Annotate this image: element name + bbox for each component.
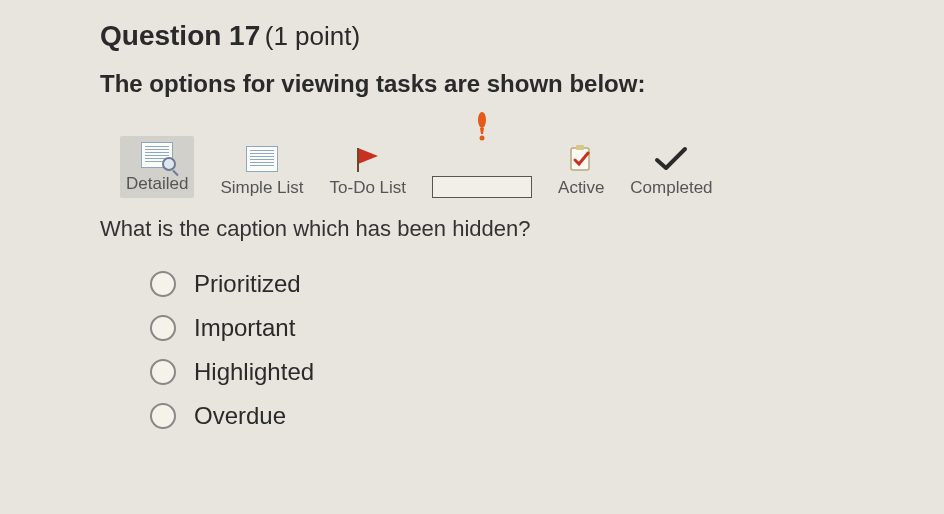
answer-options: Prioritized Important Highlighted Overdu… (150, 270, 904, 430)
view-hidden (432, 112, 532, 198)
simple-list-icon (244, 144, 280, 174)
view-label: Detailed (126, 174, 188, 194)
option-label: Overdue (194, 402, 286, 430)
view-detailed: Detailed (120, 136, 194, 198)
svg-point-3 (480, 136, 485, 141)
view-toolbar: Detailed Simple List To-Do List (120, 112, 904, 198)
svg-rect-5 (576, 145, 584, 150)
question-header: Question 17 (1 point) (100, 20, 904, 52)
view-simple-list: Simple List (220, 144, 303, 198)
view-label: Completed (630, 178, 712, 198)
question-title: Question 17 (100, 20, 260, 51)
view-label: Simple List (220, 178, 303, 198)
option-d[interactable]: Overdue (150, 402, 904, 430)
radio-icon[interactable] (150, 359, 176, 385)
question-intro: The options for viewing tasks are shown … (100, 70, 904, 98)
radio-icon[interactable] (150, 315, 176, 341)
flag-icon (350, 144, 386, 174)
view-todo-list: To-Do List (330, 144, 407, 198)
view-active: Active (558, 144, 604, 198)
question-points: (1 point) (265, 21, 360, 51)
question-prompt: What is the caption which has been hidde… (100, 216, 904, 242)
radio-icon[interactable] (150, 403, 176, 429)
checkmark-icon (653, 144, 689, 174)
option-b[interactable]: Important (150, 314, 904, 342)
exclamation-icon (464, 112, 500, 142)
option-label: Highlighted (194, 358, 314, 386)
svg-rect-4 (571, 148, 589, 170)
svg-point-2 (478, 112, 486, 128)
hidden-caption-box (432, 176, 532, 198)
option-a[interactable]: Prioritized (150, 270, 904, 298)
option-label: Important (194, 314, 295, 342)
view-completed: Completed (630, 144, 712, 198)
radio-icon[interactable] (150, 271, 176, 297)
view-label: Active (558, 178, 604, 198)
clipboard-check-icon (563, 144, 599, 174)
detailed-list-icon (139, 140, 175, 170)
view-label: To-Do List (330, 178, 407, 198)
svg-rect-1 (357, 148, 359, 172)
option-c[interactable]: Highlighted (150, 358, 904, 386)
option-label: Prioritized (194, 270, 301, 298)
svg-marker-0 (358, 148, 378, 164)
